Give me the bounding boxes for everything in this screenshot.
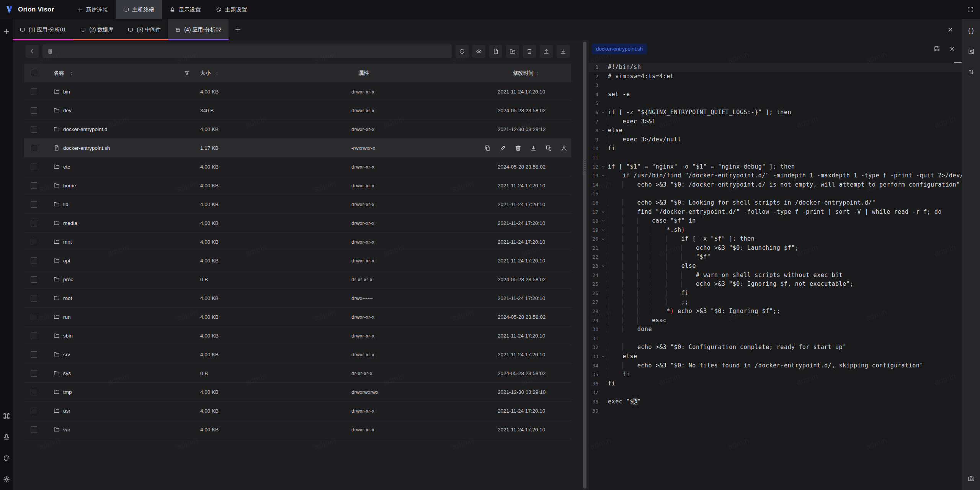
code-line-7[interactable]: 7 exec 3>&1 <box>589 117 962 126</box>
row-action-trash-icon[interactable] <box>515 145 521 151</box>
file-name[interactable]: sys <box>63 370 71 376</box>
file-row-mnt[interactable]: mnt4.00 KBdrwxr-xr-x2021-11-24 17:20:10 <box>24 233 571 251</box>
fold-chevron-icon[interactable] <box>598 126 608 135</box>
trash-button[interactable] <box>523 45 536 58</box>
code-line-24[interactable]: 24 # warn on shell scripts without exec … <box>589 271 962 280</box>
code-line-12[interactable]: 12if [ "$1" = "nginx" -o "$1" = "nginx-d… <box>589 162 962 172</box>
fold-chevron-icon[interactable] <box>598 226 608 235</box>
code-line-29[interactable]: 29 esac <box>589 316 962 325</box>
file-row-var[interactable]: var4.00 KBdrwxr-xr-x2021-11-24 17:20:10 <box>24 420 571 439</box>
nav-item-host-terminal[interactable]: 主机终端 <box>116 0 162 19</box>
sort-icon[interactable] <box>69 71 73 75</box>
row-checkbox[interactable] <box>31 370 37 377</box>
code-line-2[interactable]: 2# vim:sw=4:ts=4:et <box>589 72 962 81</box>
file-name[interactable]: tmp <box>63 389 72 395</box>
file-name[interactable]: sbin <box>63 333 73 339</box>
code-line-21[interactable]: 21 echo >&3 "$0: Launching $f"; <box>589 244 962 253</box>
file-row-run[interactable]: run4.00 KBdrwxr-xr-x2024-05-28 23:58:02 <box>24 308 571 326</box>
file-row-sys[interactable]: sys0 Bdr-xr-xr-x2024-05-28 23:58:02 <box>24 364 571 383</box>
fold-chevron-icon[interactable] <box>598 234 608 244</box>
file-new-button[interactable] <box>489 45 502 58</box>
upload-button[interactable] <box>540 45 553 58</box>
file-name[interactable]: proc <box>63 277 73 282</box>
file-row-root[interactable]: root4.00 KBdrwx------2021-11-24 17:20:10 <box>24 289 571 308</box>
file-row-bin[interactable]: bin4.00 KBdrwxr-xr-x2021-11-24 17:20:10 <box>24 82 571 101</box>
terminal-tab-4[interactable]: (4) 应用-分析02 <box>168 19 229 40</box>
code-line-18[interactable]: 18 case "$f" in <box>589 216 962 226</box>
row-action-edit-icon[interactable] <box>500 145 506 151</box>
file-name[interactable]: root <box>63 295 72 301</box>
code-line-26[interactable]: 26 fi <box>589 289 962 298</box>
nav-item-theme-settings[interactable]: 主题设置 <box>208 0 255 19</box>
fold-chevron-icon[interactable] <box>598 262 608 271</box>
code-line-34[interactable]: 34 echo >&3 "$0: No files found in /dock… <box>589 361 962 370</box>
fold-chevron-icon[interactable] <box>598 216 608 226</box>
terminal-tab-3[interactable]: (3) 中间件 <box>121 19 168 40</box>
sidebar-gear-button[interactable] <box>0 473 13 485</box>
row-action-download-icon[interactable] <box>530 145 537 151</box>
code-line-5[interactable]: 5 <box>589 99 962 108</box>
file-name[interactable]: mnt <box>63 239 72 245</box>
file-row-lib[interactable]: lib4.00 KBdrwxr-xr-x2021-11-24 17:20:10 <box>24 195 571 214</box>
sidebar-stamp-button[interactable] <box>0 431 13 443</box>
fold-chevron-icon[interactable] <box>598 352 608 361</box>
file-name[interactable]: srv <box>63 352 70 357</box>
terminal-tab-1[interactable]: (1) 应用-分析01 <box>13 19 73 40</box>
code-line-35[interactable]: 35 fi <box>589 370 962 379</box>
row-checkbox[interactable] <box>31 88 37 95</box>
row-checkbox[interactable] <box>31 426 37 433</box>
file-name[interactable]: var <box>63 427 70 433</box>
file-row-proc[interactable]: proc0 Bdr-xr-xr-x2024-05-28 23:58:02 <box>24 270 571 289</box>
fold-chevron-icon[interactable] <box>598 208 608 217</box>
file-name[interactable]: usr <box>63 408 70 414</box>
file-row-srv[interactable]: srv4.00 KBdrwxr-xr-x2021-11-24 17:20:10 <box>24 345 571 364</box>
sidebar-doc-bookmark-button[interactable] <box>965 45 977 57</box>
add-tab-button[interactable] <box>229 19 247 40</box>
code-line-30[interactable]: 30 done <box>589 325 962 334</box>
sidebar-plus-button[interactable] <box>0 25 13 38</box>
nav-item-new-connection[interactable]: 新建连接 <box>69 0 116 19</box>
file-row-usr[interactable]: usr4.00 KBdrwxr-xr-x2021-11-24 17:20:10 <box>24 402 571 420</box>
row-checkbox[interactable] <box>31 220 37 226</box>
file-row-etc[interactable]: etc4.00 KBdrwxr-xr-x2024-05-28 23:58:02 <box>24 157 571 176</box>
row-action-permission-icon[interactable] <box>561 145 567 151</box>
editor-file-tab[interactable]: docker-entrypoint.sh <box>592 43 647 54</box>
row-checkbox[interactable] <box>31 408 37 414</box>
code-line-37[interactable]: 37 <box>589 388 962 397</box>
code-line-31[interactable]: 31 <box>589 334 962 343</box>
row-checkbox[interactable] <box>31 107 37 114</box>
download-button[interactable] <box>557 45 570 58</box>
sidebar-command-button[interactable] <box>0 410 13 422</box>
fold-chevron-icon[interactable] <box>598 162 608 172</box>
sidebar-braces-button[interactable]: {} <box>965 25 977 37</box>
code-line-13[interactable]: 13 if /usr/bin/find "/docker-entrypoint.… <box>589 171 962 180</box>
fold-chevron-icon[interactable] <box>598 171 608 180</box>
code-line-39[interactable]: 39 <box>589 406 962 416</box>
code-line-6[interactable]: 6if [ -z "${NGINX_ENTRYPOINT_QUIET_LOGS:… <box>589 108 962 117</box>
file-row-docker-entrypoint.d[interactable]: docker-entrypoint.d4.00 KBdrwxr-xr-x2021… <box>24 120 571 139</box>
fullscreen-icon[interactable] <box>967 6 974 13</box>
sidebar-palette-button[interactable] <box>0 452 13 464</box>
refresh-button[interactable] <box>456 45 469 58</box>
code-line-27[interactable]: 27 ;; <box>589 298 962 307</box>
file-name[interactable]: lib <box>63 202 69 207</box>
back-button[interactable] <box>26 45 39 58</box>
row-action-move-icon[interactable] <box>546 145 552 151</box>
path-input[interactable] <box>56 48 447 55</box>
file-row-home[interactable]: home4.00 KBdrwxr-xr-x2021-11-24 17:20:10 <box>24 176 571 195</box>
editor-close-button[interactable] <box>946 43 958 55</box>
file-name[interactable]: home <box>63 183 76 188</box>
code-line-16[interactable]: 16 echo >&3 "$0: Looking for shell scrip… <box>589 198 962 208</box>
code-line-14[interactable]: 14 echo >&3 "$0: /docker-entrypoint.d/ i… <box>589 180 962 190</box>
row-checkbox[interactable] <box>31 257 37 264</box>
row-checkbox[interactable] <box>31 314 37 320</box>
code-line-22[interactable]: 22 "$f" <box>589 252 962 262</box>
eye-button[interactable] <box>472 45 485 58</box>
code-line-36[interactable]: 36fi <box>589 379 962 388</box>
code-line-15[interactable]: 15 <box>589 189 962 198</box>
sidebar-camera-button[interactable] <box>965 472 977 485</box>
sort-icon[interactable] <box>215 71 219 75</box>
file-row-tmp[interactable]: tmp4.00 KBdrwxrwxrwx2021-12-30 03:29:10 <box>24 383 571 402</box>
file-name[interactable]: dev <box>63 108 72 113</box>
sort-icon[interactable] <box>536 71 539 75</box>
